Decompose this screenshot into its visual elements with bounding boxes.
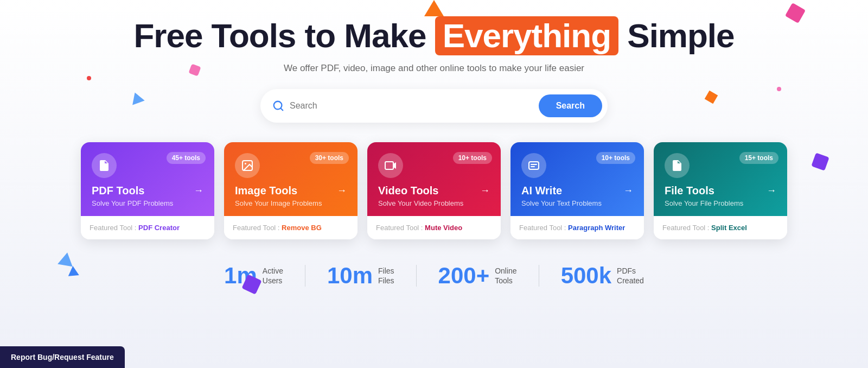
search-container: Search	[0, 89, 868, 123]
card-arrow-file: →	[767, 185, 776, 196]
cards-section: 45+ tools PDF Tools → Solve Your PDF Pro…	[0, 142, 868, 239]
stat-item-1: 10m FilesFiles	[305, 264, 416, 287]
hero-title-end: Simple	[618, 17, 735, 54]
stat-number-3: 500k	[561, 264, 611, 287]
card-icon-file	[665, 153, 690, 178]
card-bottom-ai: Featured Tool : Paragraph Writer	[510, 216, 644, 239]
featured-tool-ai[interactable]: Paragraph Writer	[568, 224, 625, 232]
card-arrow-image: →	[337, 185, 347, 196]
search-button[interactable]: Search	[539, 94, 602, 117]
card-icon-image	[235, 153, 260, 178]
card-icon-ai	[521, 153, 546, 178]
stat-number-1: 10m	[327, 264, 373, 287]
page-wrapper: Free Tools to Make Everything Simple We …	[0, 0, 868, 368]
card-bottom-video: Featured Tool : Mute Video	[367, 216, 501, 239]
hero-section: Free Tools to Make Everything Simple We …	[0, 0, 868, 123]
card-top-ai: 10+ tools AI Write → Solve Your Text Pro…	[510, 142, 644, 216]
tool-card-pdf[interactable]: 45+ tools PDF Tools → Solve Your PDF Pro…	[81, 142, 214, 239]
card-arrow-ai: →	[623, 185, 633, 196]
card-badge-image: 30+ tools	[310, 152, 349, 164]
card-badge-file: 15+ tools	[739, 152, 778, 164]
svg-point-5	[245, 163, 246, 164]
card-subtitle-file: Solve Your File Problems	[665, 199, 776, 207]
card-top-pdf: 45+ tools PDF Tools → Solve Your PDF Pro…	[81, 142, 214, 216]
card-top-video: 10+ tools Video Tools → Solve Your Video…	[367, 142, 501, 216]
card-badge-pdf: 45+ tools	[167, 152, 206, 164]
stat-number-2: 200+	[438, 264, 490, 287]
card-badge-ai: 10+ tools	[596, 152, 635, 164]
card-title-pdf: PDF Tools	[92, 185, 144, 197]
stat-label-1: FilesFiles	[378, 266, 394, 285]
stat-label-0: ActiveUsers	[263, 266, 283, 285]
card-title-row-video: Video Tools →	[378, 185, 490, 197]
card-arrow-video: →	[480, 185, 490, 196]
tool-card-image[interactable]: 30+ tools Image Tools → Solve Your Image…	[224, 142, 358, 239]
bug-report-button[interactable]: Report Bug/Request Feature	[0, 346, 125, 368]
card-title-ai: AI Write	[521, 185, 562, 197]
card-bottom-file: Featured Tool : Split Excel	[654, 216, 787, 239]
card-badge-video: 10+ tools	[453, 152, 492, 164]
card-title-row-ai: AI Write →	[521, 185, 633, 197]
search-input[interactable]	[290, 101, 534, 111]
stat-label-3: PDFsCreated	[617, 266, 644, 285]
svg-rect-6	[385, 162, 393, 169]
card-icon-video	[378, 153, 403, 178]
card-title-video: Video Tools	[378, 185, 439, 197]
card-title-image: Image Tools	[235, 185, 297, 197]
hero-title-highlight: Everything	[435, 16, 618, 55]
hero-title-start: Free Tools to Make	[133, 17, 435, 54]
svg-rect-7	[529, 162, 539, 169]
svg-rect-2	[102, 166, 106, 167]
card-subtitle-video: Solve Your Video Problems	[378, 199, 490, 207]
card-top-file: 15+ tools File Tools → Solve Your File P…	[654, 142, 787, 216]
featured-tool-image[interactable]: Remove BG	[282, 224, 322, 232]
stat-label-2: OnlineTools	[495, 266, 516, 285]
featured-label-video: Featured Tool :	[376, 224, 423, 232]
tool-card-ai[interactable]: 10+ tools AI Write → Solve Your Text Pro…	[510, 142, 644, 239]
tool-card-file[interactable]: 15+ tools File Tools → Solve Your File P…	[654, 142, 787, 239]
card-title-file: File Tools	[665, 185, 714, 197]
svg-rect-3	[102, 167, 105, 168]
stat-item-0: 1m ActiveUsers	[202, 264, 305, 287]
tool-card-video[interactable]: 10+ tools Video Tools → Solve Your Video…	[367, 142, 501, 239]
svg-line-1	[280, 108, 283, 110]
featured-label-pdf: Featured Tool :	[90, 224, 136, 232]
card-icon-pdf	[92, 153, 117, 178]
hero-subtitle: We offer PDF, video, image and other onl…	[0, 63, 868, 74]
card-top-image: 30+ tools Image Tools → Solve Your Image…	[224, 142, 358, 216]
card-title-row-file: File Tools →	[665, 185, 776, 197]
featured-tool-pdf[interactable]: PDF Creator	[138, 224, 180, 232]
card-bottom-pdf: Featured Tool : PDF Creator	[81, 216, 214, 239]
card-subtitle-pdf: Solve Your PDF Problems	[92, 199, 203, 207]
stats-section: 1m ActiveUsers 10m FilesFiles 200+ Onlin…	[0, 256, 868, 287]
search-icon	[272, 100, 284, 112]
card-title-row-pdf: PDF Tools →	[92, 185, 203, 197]
card-subtitle-ai: Solve Your Text Problems	[521, 199, 633, 207]
featured-label-ai: Featured Tool :	[519, 224, 566, 232]
stat-item-2: 200+ OnlineTools	[417, 264, 539, 287]
featured-tool-video[interactable]: Mute Video	[425, 224, 462, 232]
featured-label-image: Featured Tool :	[233, 224, 279, 232]
card-bottom-image: Featured Tool : Remove BG	[224, 216, 358, 239]
featured-label-file: Featured Tool :	[662, 224, 709, 232]
hero-title: Free Tools to Make Everything Simple	[0, 16, 868, 55]
card-subtitle-image: Solve Your Image Problems	[235, 199, 347, 207]
stat-number-0: 1m	[224, 264, 257, 287]
card-arrow-pdf: →	[194, 185, 203, 196]
featured-tool-file[interactable]: Split Excel	[711, 224, 747, 232]
card-title-row-image: Image Tools →	[235, 185, 347, 197]
stat-item-3: 500k PDFsCreated	[539, 264, 666, 287]
search-bar: Search	[260, 89, 608, 123]
